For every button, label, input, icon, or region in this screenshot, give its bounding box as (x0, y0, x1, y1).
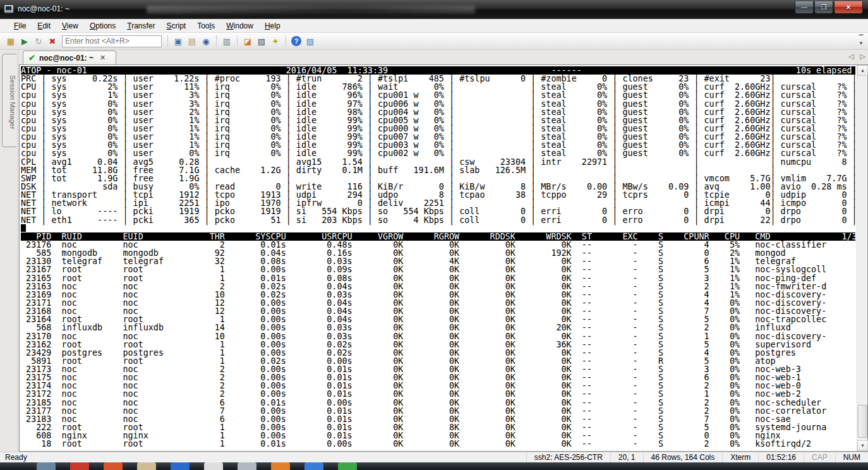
taskbar-app-icon[interactable] (271, 462, 290, 470)
panes-icon[interactable]: ▨ (303, 35, 317, 47)
terminal-line: CPL | avg1 0.04 | avg5 0.28 | | avg15 1.… (21, 158, 857, 166)
find-icon[interactable]: ◉ (199, 35, 213, 47)
status-cipher: ssh2: AES-256-CTR (526, 453, 610, 462)
taskbar-app-icon[interactable] (104, 462, 123, 470)
terminal-line: cpu | sys 0% | user 0% | irq 0% | idle 9… (21, 149, 857, 157)
terminal-line: 23165 root root 1 0.01s 0.08s 0K 0K 0K 0… (21, 274, 857, 282)
disconnect-icon[interactable]: ✖ (45, 35, 59, 47)
terminal-line: 23162 root root 1 0.00s 0.02s 0K 0K 0K 3… (21, 340, 857, 349)
terminal-line: SWP | tot 1.9G | free 1.9G | | | | | | |… (21, 174, 857, 183)
terminal-line: cpu | sys 1% | user 3% | irq 0% | idle 9… (21, 91, 857, 99)
tab-scroll-right-icon[interactable]: ▷ (860, 52, 865, 61)
menu-bar: FileEditViewOptionsTransferScriptToolsWi… (0, 19, 868, 33)
toolbar-separator (216, 35, 217, 47)
terminal-line: cpu | sys 0% | user 1% | irq 0% | idle 9… (21, 116, 857, 124)
taskbar-app-icon[interactable] (171, 462, 190, 470)
terminal-line: 23429 postgres postgres 1 0.00s 0.02s 0K… (21, 349, 857, 357)
status-ready: Ready (0, 453, 526, 462)
tab-label: noc@noc-01: ~ (39, 54, 93, 63)
session-options-icon[interactable]: ▧ (255, 35, 268, 47)
terminal-line: NET | lo ---- | pcki 1919 | pcko 1919 | … (21, 207, 857, 215)
toolbar: ▦▶↻✖▣▤◉▥◪▧✦?▨▔▾ (0, 33, 868, 50)
window-title: noc@noc-01: ~ (18, 4, 69, 13)
menu-item-window[interactable]: Window (221, 20, 258, 32)
terminal-header-line: PID RUID EUID THR SYSCPU USRCPU VGROW RG… (21, 232, 855, 241)
status-num-lock: NUM (835, 453, 868, 462)
terminal-line (21, 224, 857, 232)
taskbar-app-icon[interactable] (204, 462, 223, 470)
status-bar: Ready ssh2: AES-256-CTR20, 146 Rows, 164… (0, 452, 868, 462)
status-caps-lock: CAP (804, 453, 835, 462)
scrollbar-thumb[interactable] (858, 405, 867, 438)
toolbar-overflow-icon[interactable]: ▔▾ (857, 35, 865, 47)
status-cursor-pos: 20, 1 (610, 453, 643, 462)
app-icon (4, 4, 14, 13)
host-input[interactable] (62, 35, 162, 47)
menu-item-options[interactable]: Options (85, 20, 121, 32)
tab-session[interactable]: ✔ noc@noc-01: ~ ✕ (23, 51, 116, 64)
sidebar: Session Manager (0, 50, 18, 452)
terminal-line: 23169 noc noc 10 0.02s 0.03s 0K 0K 0K 0K… (21, 291, 857, 299)
menu-item-script[interactable]: Script (162, 20, 191, 32)
terminal-line: 23172 noc noc 2 0.00s 0.01s 0K 0K 0K 0K … (21, 390, 857, 398)
close-button[interactable]: ✕ (834, 1, 863, 14)
taskbar-app-icon[interactable] (70, 462, 89, 470)
terminal-cursor (21, 224, 26, 232)
restore-button[interactable]: ❐ (814, 1, 833, 14)
minimize-button[interactable]: — (795, 1, 814, 14)
blurred-title-text (147, 6, 475, 13)
taskbar-app-icon[interactable] (137, 462, 156, 470)
quick-connect-icon[interactable]: ▶ (18, 35, 32, 47)
help-icon[interactable]: ? (291, 36, 301, 46)
toolbar-separator (167, 35, 168, 47)
tab-scroll-left-icon[interactable]: ◁ (848, 52, 853, 61)
connected-check-icon: ✔ (28, 53, 35, 63)
session-manager-icon[interactable]: ▦ (4, 35, 18, 47)
tab-strip: ✔ noc@noc-01: ~ ✕ ◁ ▷ (19, 50, 868, 64)
title-bar[interactable]: noc@noc-01: ~ — ❐ ✕ (0, 0, 868, 19)
terminal-area: ATOP - noc-01 2016/04/05 11:33:39 ------… (19, 64, 868, 452)
terminal-screen[interactable]: ATOP - noc-01 2016/04/05 11:33:39 ------… (20, 65, 857, 451)
terminal-line: cpu | sys 0% | user 2% | irq 0% | idle 9… (21, 108, 857, 116)
taskbar-app-icon[interactable] (338, 462, 357, 470)
key-icon[interactable]: ✦ (268, 35, 282, 47)
menu-item-help[interactable]: Help (260, 20, 286, 32)
scroll-down-icon[interactable]: ▼ (857, 440, 868, 451)
reconnect-icon[interactable]: ↻ (32, 35, 45, 47)
session-manager-tab[interactable]: Session Manager (2, 54, 16, 147)
taskbar-app-icon[interactable] (238, 462, 256, 470)
terminal-line: MEM | tot 11.8G | free 7.1G | cache 1.2G… (21, 166, 857, 174)
toolbar-separator (286, 35, 286, 47)
toolbar-separator (237, 35, 238, 47)
menu-item-view[interactable]: View (57, 20, 83, 32)
paste-icon[interactable]: ▤ (185, 35, 199, 47)
tab-close-icon[interactable]: ✕ (100, 54, 105, 62)
scroll-up-icon[interactable]: ▲ (857, 65, 868, 76)
windows-taskbar[interactable] (0, 462, 868, 470)
terminal-line: 18 root root 1 0.01s 0.00s 0K 0K 0K 0K -… (21, 440, 857, 448)
taskbar-app-icon[interactable] (304, 462, 323, 470)
menu-item-transfer[interactable]: Transfer (122, 20, 160, 32)
terminal-line: 23167 root root 1 0.00s 0.09s 0K 0K 0K 0… (21, 265, 857, 274)
terminal-line: NET | eth1 ---- | pcki 365 | pcko 51 | s… (21, 216, 857, 224)
terminal-line: 23163 noc noc 2 0.02s 0.04s 0K 0K 0K 0K … (21, 282, 857, 291)
terminal-line: cpu | sys 0% | user 3% | irq 0% | idle 9… (21, 100, 857, 108)
securecrt-window: noc@noc-01: ~ — ❐ ✕ FileEditViewOptionsT… (0, 0, 868, 470)
terminal-line: 23177 noc noc 7 0.00s 0.01s 0K 0K 0K 0K … (21, 407, 857, 415)
copy-icon[interactable]: ▣ (171, 35, 185, 47)
terminal-scrollbar[interactable]: ▲ ▼ (857, 65, 867, 451)
print-icon[interactable]: ▥ (220, 35, 234, 47)
terminal-line: 568 influxdb influxdb 14 0.00s 0.03s 0K … (21, 323, 857, 332)
menu-item-edit[interactable]: Edit (32, 20, 56, 32)
menu-item-file[interactable]: File (9, 20, 31, 32)
status-emulation: Xterm (722, 453, 758, 462)
taskbar-app-icon[interactable] (37, 462, 56, 470)
status-term-size: 46 Rows, 164 Cols (643, 453, 723, 462)
terminal-line: 23185 noc noc 6 0.01s 0.00s 0K 0K 0K 0K … (21, 399, 857, 407)
menu-item-tools[interactable]: Tools (192, 20, 220, 32)
properties-icon[interactable]: ◪ (241, 35, 255, 47)
terminal-line: 23170 noc noc 10 0.00s 0.03s 0K 0K 0K 0K… (21, 332, 857, 340)
status-session-time: 01:52:16 (758, 453, 804, 462)
